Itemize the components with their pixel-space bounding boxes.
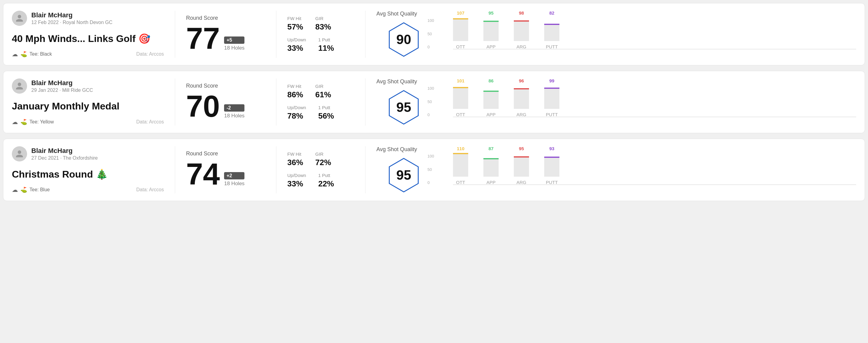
bar-line xyxy=(514,88,529,89)
player-date: 12 Feb 2022 · Royal North Devon GC xyxy=(31,20,113,25)
bar-axis-label: APP xyxy=(487,44,496,49)
weather-icon: ☁ xyxy=(12,186,18,193)
y-axis-labels: 100500 xyxy=(428,18,434,49)
fw-hit-value: 57% xyxy=(287,22,303,32)
oneputt: 1 Putt22% xyxy=(318,173,334,189)
bar-line xyxy=(544,24,559,25)
score-badge: +5 xyxy=(224,36,244,44)
y-axis-labels: 100500 xyxy=(428,154,434,185)
bar-wrapper xyxy=(453,17,468,41)
y-axis-label: 50 xyxy=(428,167,434,172)
stats-row-2: Up/Down33%1 Putt22% xyxy=(287,173,354,189)
bar-wrapper xyxy=(544,17,559,41)
round-card: Blair McHarg27 Dec 2021 · The Oxfordshir… xyxy=(3,139,865,201)
player-section: Blair McHarg29 Jan 2022 · Mill Ride GCCJ… xyxy=(12,79,164,126)
bar-value-label: 93 xyxy=(549,146,555,151)
updown: Up/Down33% xyxy=(287,37,306,53)
y-axis-label: 100 xyxy=(428,154,434,158)
hexagon-container: 90 xyxy=(385,21,422,58)
score-badge: -2 xyxy=(224,104,244,112)
bar-bg xyxy=(514,20,529,41)
gir-label: GIR xyxy=(315,151,331,157)
oneputt-label: 1 Putt xyxy=(318,37,334,42)
chart-outer: 100500107OTT95APP98ARG82PUTT xyxy=(440,18,856,58)
stats-row-2: Up/Down33%1 Putt11% xyxy=(287,37,354,53)
y-axis-label: 0 xyxy=(428,180,434,185)
bar-group-ott: 101OTT xyxy=(453,78,468,117)
score-section: Round Score77+518 Holes xyxy=(186,11,265,58)
gir: GIR61% xyxy=(315,84,331,99)
updown: Up/Down78% xyxy=(287,105,306,121)
score-number: 70 xyxy=(186,91,220,121)
bar-bg xyxy=(484,21,499,41)
bar-value-label: 110 xyxy=(457,146,464,151)
tee-info: ☁⛳Tee: Black xyxy=(12,51,52,58)
tee-info: ☁⛳Tee: Blue xyxy=(12,186,50,193)
player-section: Blair McHarg12 Feb 2022 · Royal North De… xyxy=(12,11,164,58)
divider xyxy=(276,146,276,193)
score-row: 70-218 Holes xyxy=(186,91,265,121)
gir-value: 72% xyxy=(315,158,331,167)
bar-line xyxy=(453,153,468,154)
bar-value-label: 101 xyxy=(457,78,464,83)
score-row: 74+218 Holes xyxy=(186,159,265,189)
hexagon-container: 95 xyxy=(385,157,422,193)
fw-hit: FW Hit57% xyxy=(287,16,303,32)
player-header: Blair McHarg27 Dec 2021 · The Oxfordshir… xyxy=(12,146,164,161)
round-card: Blair McHarg12 Feb 2022 · Royal North De… xyxy=(3,3,865,65)
divider xyxy=(175,146,175,193)
score-badge: +2 xyxy=(224,172,244,179)
bar-axis-label: ARG xyxy=(517,112,527,117)
player-header: Blair McHarg12 Feb 2022 · Royal North De… xyxy=(12,11,164,26)
stats-row-2: Up/Down78%1 Putt56% xyxy=(287,105,354,121)
gir: GIR83% xyxy=(315,16,331,32)
bar-value-label: 99 xyxy=(549,78,555,83)
chart-section: 100500101OTT86APP96ARG99PUTT xyxy=(431,79,856,126)
fw-hit-label: FW Hit xyxy=(287,84,303,89)
updown-label: Up/Down xyxy=(287,105,306,110)
bar-wrapper xyxy=(453,152,468,177)
bar-value-label: 95 xyxy=(489,10,494,15)
bar-value-label: 86 xyxy=(489,78,494,83)
tee-label: Tee: Black xyxy=(30,52,52,57)
player-footer: ☁⛳Tee: BlackData: Arccos xyxy=(12,51,164,58)
player-footer: ☁⛳Tee: BlueData: Arccos xyxy=(12,186,164,193)
bar-group-arg: 98ARG xyxy=(514,10,529,49)
oneputt-value: 22% xyxy=(318,179,334,189)
y-axis-label: 50 xyxy=(428,99,434,104)
player-name: Blair McHarg xyxy=(31,147,98,155)
bar-chart: 101OTT86APP96ARG99PUTT xyxy=(453,86,856,126)
oneputt-label: 1 Putt xyxy=(318,105,334,110)
divider xyxy=(276,79,276,126)
bar-bg xyxy=(544,24,559,41)
bar-group-arg: 96ARG xyxy=(514,78,529,117)
bar-wrapper xyxy=(514,17,529,41)
round-card: Blair McHarg29 Jan 2022 · Mill Ride GCCJ… xyxy=(3,71,865,133)
round-title: Christmas Round 🎄 xyxy=(12,168,164,180)
stats-row-1: FW Hit36%GIR72% xyxy=(287,151,354,167)
divider xyxy=(175,79,175,126)
bar-axis-label: OTT xyxy=(456,44,465,49)
quality-label: Avg Shot Quality xyxy=(376,79,417,85)
score-number: 74 xyxy=(186,159,220,189)
bar-group-putt: 93PUTT xyxy=(544,146,559,185)
bar-axis-label: OTT xyxy=(456,112,465,117)
hexagon-score: 90 xyxy=(397,32,411,47)
score-badge-block: -218 Holes xyxy=(224,104,244,119)
chart-section: 100500107OTT95APP98ARG82PUTT xyxy=(431,11,856,58)
stats-row-1: FW Hit57%GIR83% xyxy=(287,16,354,32)
divider xyxy=(175,11,175,58)
bag-icon: ⛳ xyxy=(20,186,27,193)
y-axis-label: 100 xyxy=(428,18,434,23)
oneputt-value: 56% xyxy=(318,111,334,121)
updown-value: 78% xyxy=(287,111,306,121)
updown-label: Up/Down xyxy=(287,173,306,178)
gir-value: 83% xyxy=(315,22,331,32)
data-source: Data: Arccos xyxy=(136,119,164,125)
hexagon-container: 95 xyxy=(385,89,422,126)
bar-bg xyxy=(514,156,529,177)
quality-label: Avg Shot Quality xyxy=(376,11,417,17)
fw-hit-label: FW Hit xyxy=(287,16,303,21)
score-number: 77 xyxy=(186,23,220,54)
tee-label: Tee: Yellow xyxy=(30,119,54,125)
